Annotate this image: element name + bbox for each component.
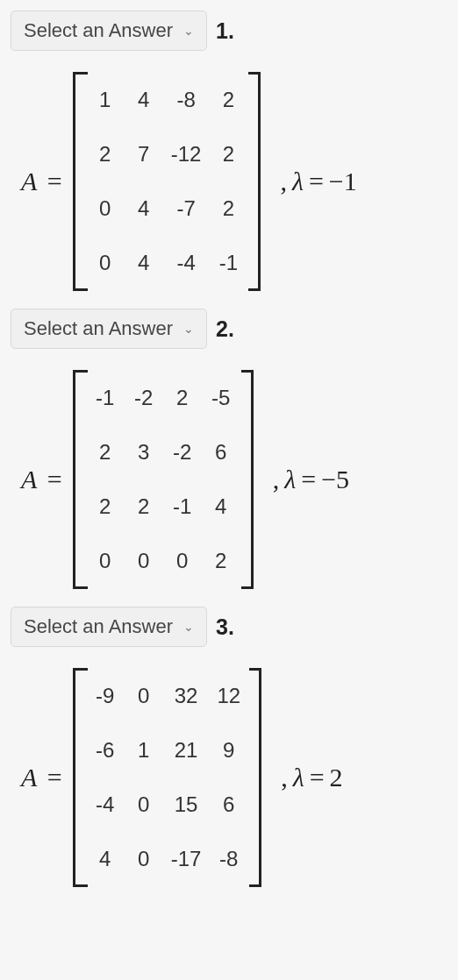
question-number-1: 1. <box>216 18 234 44</box>
cell: 2 <box>210 549 233 573</box>
cell: 0 <box>94 251 117 275</box>
select-row-1: Select an Answer ⌄ 1. <box>11 11 447 51</box>
cell: -8 <box>171 88 202 112</box>
cell: 2 <box>217 88 240 112</box>
cell: 1 <box>132 738 155 763</box>
cell: 1 <box>94 88 117 112</box>
lambda-condition-2: ,λ=−5 <box>273 465 349 494</box>
chevron-down-icon: ⌄ <box>183 24 194 38</box>
answer-select-1[interactable]: Select an Answer ⌄ <box>11 11 207 51</box>
question-number-2: 2. <box>216 316 234 342</box>
equation-row-1: A = 14-82 27-122 04-72 04-4-1 ,λ=−1 <box>11 72 447 291</box>
matrix-3: -903212 -61219 -40156 40-17-8 <box>73 668 261 887</box>
equation-row-3: A = -903212 -61219 -40156 40-17-8 ,λ=2 <box>11 668 447 887</box>
cell: 4 <box>132 196 155 221</box>
cell: 6 <box>210 440 233 465</box>
cell: 0 <box>94 549 117 573</box>
matrix-cells-3: -903212 -61219 -40156 40-17-8 <box>85 668 249 887</box>
cell: 3 <box>132 440 155 465</box>
cell: 2 <box>171 386 194 410</box>
cell: 2 <box>94 440 117 465</box>
cell: 2 <box>94 142 117 167</box>
select-label: Select an Answer <box>24 19 173 42</box>
select-row-3: Select an Answer ⌄ 3. <box>11 607 447 647</box>
cell: 0 <box>132 847 155 871</box>
left-bracket <box>73 668 85 887</box>
cell: 0 <box>132 684 155 708</box>
matrix-cells-2: -1-22-5 23-26 22-14 0002 <box>85 370 241 589</box>
cell: 9 <box>217 738 240 763</box>
cell: 0 <box>132 792 155 817</box>
question-block-3: Select an Answer ⌄ 3. A = -903212 -61219… <box>11 607 447 887</box>
matrix-lhs-1: A = <box>21 167 66 196</box>
left-bracket <box>73 72 85 291</box>
cell: 0 <box>94 196 117 221</box>
question-block-1: Select an Answer ⌄ 1. A = 14-82 27-122 0… <box>11 11 447 291</box>
cell: -8 <box>217 847 240 871</box>
cell: -7 <box>171 196 202 221</box>
cell: -1 <box>217 251 240 275</box>
cell: 4 <box>210 494 233 519</box>
chevron-down-icon: ⌄ <box>183 620 194 634</box>
select-label: Select an Answer <box>24 615 173 638</box>
cell: -2 <box>171 440 194 465</box>
matrix-lhs-2: A = <box>21 465 66 494</box>
cell: 6 <box>217 792 240 817</box>
right-bracket <box>241 370 254 589</box>
cell: 0 <box>132 549 155 573</box>
cell: 12 <box>217 684 240 708</box>
cell: -6 <box>94 738 117 763</box>
question-block-2: Select an Answer ⌄ 2. A = -1-22-5 23-26 … <box>11 309 447 589</box>
cell: 2 <box>217 196 240 221</box>
cell: -17 <box>171 847 202 871</box>
chevron-down-icon: ⌄ <box>183 322 194 336</box>
equation-row-2: A = -1-22-5 23-26 22-14 0002 ,λ=−5 <box>11 370 447 589</box>
matrix-1: 14-82 27-122 04-72 04-4-1 <box>73 72 261 291</box>
left-bracket <box>73 370 85 589</box>
cell: -2 <box>132 386 155 410</box>
cell: 32 <box>171 684 202 708</box>
cell: 2 <box>94 494 117 519</box>
right-bracket <box>248 72 261 291</box>
right-bracket <box>249 668 261 887</box>
cell: 21 <box>171 738 202 763</box>
cell: 2 <box>132 494 155 519</box>
cell: 7 <box>132 142 155 167</box>
cell: 4 <box>94 847 117 871</box>
cell: -1 <box>94 386 117 410</box>
matrix-lhs-3: A = <box>21 763 66 792</box>
question-number-3: 3. <box>216 614 234 640</box>
cell: -5 <box>210 386 233 410</box>
lambda-condition-3: ,λ=2 <box>281 763 342 792</box>
lambda-condition-1: ,λ=−1 <box>280 167 356 196</box>
cell: -1 <box>171 494 194 519</box>
cell: 4 <box>132 88 155 112</box>
cell: -12 <box>171 142 202 167</box>
answer-select-2[interactable]: Select an Answer ⌄ <box>11 309 207 349</box>
cell: -4 <box>94 792 117 817</box>
cell: -4 <box>171 251 202 275</box>
select-row-2: Select an Answer ⌄ 2. <box>11 309 447 349</box>
cell: 4 <box>132 251 155 275</box>
cell: -9 <box>94 684 117 708</box>
matrix-2: -1-22-5 23-26 22-14 0002 <box>73 370 254 589</box>
select-label: Select an Answer <box>24 317 173 340</box>
matrix-cells-1: 14-82 27-122 04-72 04-4-1 <box>85 72 249 291</box>
cell: 15 <box>171 792 202 817</box>
cell: 2 <box>217 142 240 167</box>
cell: 0 <box>171 549 194 573</box>
answer-select-3[interactable]: Select an Answer ⌄ <box>11 607 207 647</box>
